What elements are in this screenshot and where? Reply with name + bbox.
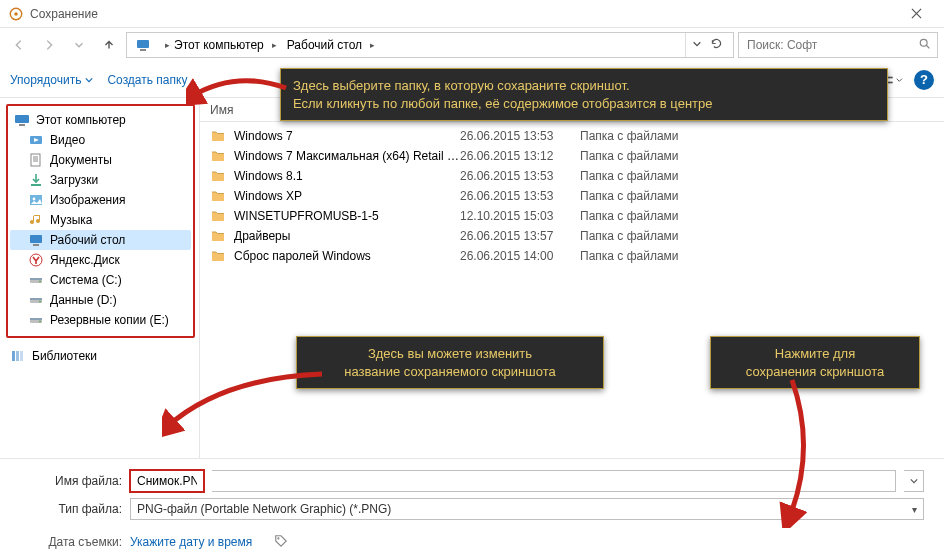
folder-icon — [210, 148, 226, 164]
new-folder-button[interactable]: Создать папку — [107, 73, 187, 87]
file-type: Папка с файлами — [580, 229, 720, 243]
svg-rect-7 — [888, 76, 893, 78]
table-row[interactable]: Драйверы26.06.2015 13:57Папка с файлами — [200, 226, 944, 246]
callout-filename: Здесь вы можете изменить название сохран… — [296, 336, 604, 389]
table-row[interactable]: Windows 726.06.2015 13:53Папка с файлами — [200, 126, 944, 146]
video-icon — [28, 132, 44, 148]
tag-icon[interactable] — [274, 534, 288, 551]
file-date: 26.06.2015 13:53 — [460, 189, 580, 203]
address-dropdown-icon[interactable] — [692, 38, 702, 52]
sidebar-item-label: Рабочий стол — [50, 233, 125, 247]
file-name: Драйверы — [234, 229, 460, 243]
svg-point-16 — [33, 198, 36, 201]
file-date: 26.06.2015 14:00 — [460, 249, 580, 263]
breadcrumb-root[interactable]: ▸ Этот компьютер ▸ — [157, 33, 281, 57]
sidebar-item-label: Библиотеки — [32, 349, 97, 363]
sidebar-item-label: Яндекс.Диск — [50, 253, 120, 267]
sidebar-item[interactable]: Яндекс.Диск — [10, 250, 191, 270]
sidebar-item[interactable]: Данные (D:) — [10, 290, 191, 310]
date-link[interactable]: Укажите дату и время — [130, 535, 252, 549]
image-icon — [28, 192, 44, 208]
sidebar-item-label: Видео — [50, 133, 85, 147]
file-name: WINSETUPFROMUSB-1-5 — [234, 209, 460, 223]
sidebar-item-label: Система (C:) — [50, 273, 122, 287]
nav-back-button[interactable] — [6, 32, 32, 58]
sidebar-item-label: Документы — [50, 153, 112, 167]
svg-rect-27 — [30, 318, 42, 320]
drive-icon — [28, 312, 44, 328]
file-name: Windows 7 — [234, 129, 460, 143]
table-row[interactable]: Windows 7 Максимальная (x64) Retail D…26… — [200, 146, 944, 166]
chevron-down-icon: ▾ — [912, 504, 917, 515]
libraries-icon — [10, 348, 26, 364]
nav-forward-button[interactable] — [36, 32, 62, 58]
sidebar-item-thispc[interactable]: Этот компьютер — [10, 110, 191, 130]
titlebar: Сохранение — [0, 0, 944, 28]
filename-input-rest[interactable] — [212, 470, 896, 492]
nav-history-button[interactable] — [66, 32, 92, 58]
breadcrumb-pc-icon[interactable] — [131, 33, 155, 57]
callout-choose-folder: Здесь выберите папку, в которую сохарани… — [280, 68, 888, 121]
filetype-label: Тип файла: — [40, 502, 122, 516]
table-row[interactable]: Сброс паролей Windows26.06.2015 14:00Пап… — [200, 246, 944, 266]
table-row[interactable]: WINSETUPFROMUSB-1-512.10.2015 15:03Папка… — [200, 206, 944, 226]
svg-rect-2 — [137, 40, 149, 48]
filetype-value: PNG-файл (Portable Network Graphic) (*.P… — [137, 502, 391, 516]
folder-icon — [210, 188, 226, 204]
date-label: Дата съемки: — [40, 535, 122, 549]
svg-rect-31 — [20, 351, 23, 361]
file-date: 12.10.2015 15:03 — [460, 209, 580, 223]
filename-input[interactable] — [130, 470, 204, 492]
sidebar-item-label: Резервные копии (E:) — [50, 313, 169, 327]
table-row[interactable]: Windows XP26.06.2015 13:53Папка с файлам… — [200, 186, 944, 206]
search-icon — [918, 37, 931, 53]
svg-rect-17 — [30, 235, 42, 243]
search-box[interactable] — [738, 32, 938, 58]
file-date: 26.06.2015 13:53 — [460, 129, 580, 143]
svg-rect-30 — [16, 351, 19, 361]
sidebar-item-label: Изображения — [50, 193, 125, 207]
search-input[interactable] — [745, 37, 912, 53]
table-row[interactable]: Windows 8.126.06.2015 13:53Папка с файла… — [200, 166, 944, 186]
address-bar[interactable]: ▸ Этот компьютер ▸ Рабочий стол ▸ — [126, 32, 734, 58]
breadcrumb-child-label: Рабочий стол — [287, 38, 362, 52]
file-name: Windows XP — [234, 189, 460, 203]
svg-rect-8 — [888, 81, 893, 83]
sidebar-item[interactable]: Загрузки — [10, 170, 191, 190]
svg-rect-9 — [15, 115, 29, 123]
breadcrumb-child[interactable]: Рабочий стол ▸ — [283, 33, 379, 57]
sidebar-item[interactable]: Система (C:) — [10, 270, 191, 290]
sidebar-item[interactable]: Музыка — [10, 210, 191, 230]
sidebar-item[interactable]: Рабочий стол — [10, 230, 191, 250]
sidebar-item-libraries[interactable]: Библиотеки — [6, 346, 195, 366]
callout-text: Нажмите для сохранения скриншота — [746, 346, 884, 379]
file-type: Папка с файлами — [580, 169, 720, 183]
pc-icon — [14, 112, 30, 128]
svg-point-25 — [39, 301, 41, 303]
svg-rect-24 — [30, 298, 42, 300]
sidebar-item[interactable]: Изображения — [10, 190, 191, 210]
file-type: Папка с файлами — [580, 209, 720, 223]
nav-up-button[interactable] — [96, 32, 122, 58]
sidebar-item[interactable]: Резервные копии (E:) — [10, 310, 191, 330]
svg-rect-21 — [30, 278, 42, 280]
file-type: Папка с файлами — [580, 149, 720, 163]
close-button[interactable] — [896, 2, 936, 26]
callout-save: Нажмите для сохранения скриншота — [710, 336, 920, 389]
breadcrumb-root-label: Этот компьютер — [174, 38, 264, 52]
sidebar-item[interactable]: Документы — [10, 150, 191, 170]
file-date: 26.06.2015 13:53 — [460, 169, 580, 183]
drive-icon — [28, 272, 44, 288]
file-type: Папка с файлами — [580, 129, 720, 143]
organize-menu[interactable]: Упорядочить — [10, 73, 93, 87]
svg-rect-10 — [19, 124, 25, 126]
folder-icon — [210, 128, 226, 144]
refresh-icon[interactable] — [710, 37, 723, 53]
help-button[interactable]: ? — [914, 70, 934, 90]
callout-text: Здесь вы можете изменить название сохран… — [344, 346, 555, 379]
filetype-combo[interactable]: PNG-файл (Portable Network Graphic) (*.P… — [130, 498, 924, 520]
filename-dropdown-icon[interactable] — [904, 470, 924, 492]
sidebar-item-label: Музыка — [50, 213, 92, 227]
svg-point-22 — [39, 281, 41, 283]
sidebar-item[interactable]: Видео — [10, 130, 191, 150]
